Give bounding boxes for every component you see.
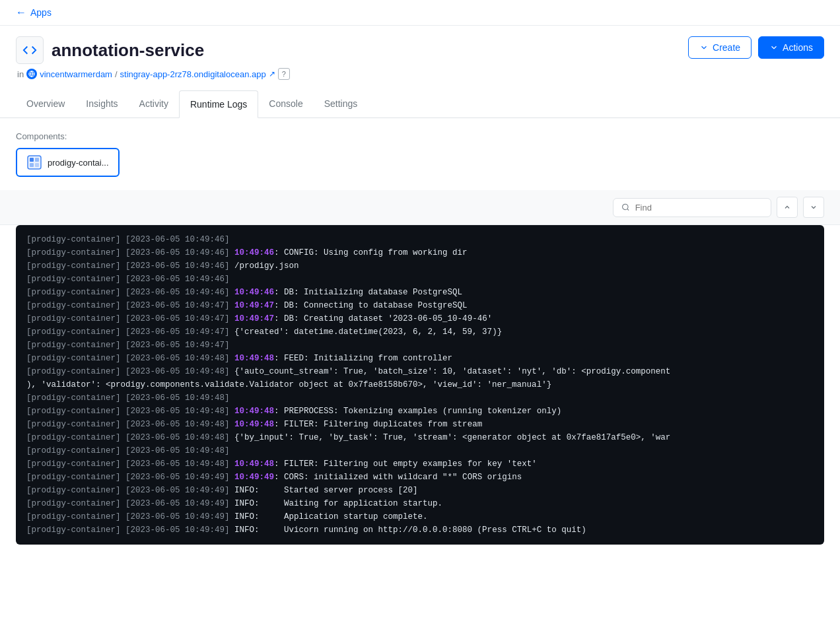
app-title-row: annotation-service (16, 36, 290, 64)
log-timestamp: [2023-06-05 10:49:49] (125, 471, 234, 484)
nav-tabs: Overview Insights Activity Runtime Logs … (0, 90, 840, 118)
log-timestamp: [2023-06-05 10:49:46] (125, 246, 234, 259)
actions-chevron-icon (769, 43, 779, 52)
log-prefix: [prodigy-container] (26, 259, 125, 273)
component-chip[interactable]: prodigy-contai... (16, 148, 120, 177)
log-line: [prodigy-container] [2023-06-05 10:49:47… (26, 299, 814, 312)
chevron-up-icon (783, 203, 791, 211)
svg-rect-2 (28, 156, 41, 169)
top-bar: ← Apps (0, 0, 840, 26)
log-text: INFO: Started server process [20] (234, 484, 418, 497)
log-text: INFO: Uvicorn running on http://0.0.0.0:… (234, 523, 586, 537)
owner-link[interactable]: vincentwarmerdam (40, 69, 112, 79)
log-text: : DB: Connecting to database PostgreSQL (274, 299, 468, 312)
log-highlight: 10:49:48 (234, 352, 274, 365)
back-arrow-icon: ← (16, 7, 26, 18)
log-line: [prodigy-container] [2023-06-05 10:49:48… (26, 365, 814, 378)
log-line: [prodigy-container] [2023-06-05 10:49:47… (26, 312, 814, 325)
svg-rect-5 (30, 163, 34, 167)
components-section: Components: prodigy-contai... (0, 118, 840, 190)
log-timestamp: [2023-06-05 10:49:49] (125, 484, 234, 497)
svg-point-7 (623, 204, 628, 209)
log-timestamp: [2023-06-05 10:49:46] (125, 286, 234, 299)
log-line: [prodigy-container] [2023-06-05 10:49:47… (26, 325, 814, 339)
svg-rect-3 (30, 158, 34, 162)
scroll-down-button[interactable] (803, 197, 824, 218)
log-prefix: [prodigy-container] (26, 339, 125, 352)
log-timestamp: [2023-06-05 10:49:48] (125, 391, 234, 405)
log-text: : CONFIG: Using config from working dir (274, 246, 468, 259)
slash-separator: / (115, 69, 118, 79)
log-timestamp: [2023-06-05 10:49:47] (125, 325, 234, 339)
log-line: [prodigy-container] [2023-06-05 10:49:48… (26, 444, 814, 457)
log-highlight: 10:49:47 (234, 312, 274, 325)
log-prefix: [prodigy-container] (26, 352, 125, 365)
components-label: Components: (16, 131, 824, 141)
log-prefix: [prodigy-container] (26, 246, 125, 259)
help-icon[interactable]: ? (278, 68, 290, 80)
log-text: : DB: Creating dataset '2023-06-05_10-49… (274, 312, 492, 325)
log-highlight: 10:49:48 (234, 457, 274, 471)
log-prefix: [prodigy-container] (26, 273, 125, 286)
log-prefix: [prodigy-container] (26, 523, 125, 537)
log-text: /prodigy.json (234, 259, 299, 273)
log-timestamp: [2023-06-05 10:49:48] (125, 365, 234, 378)
log-line: [prodigy-container] [2023-06-05 10:49:48… (26, 391, 814, 405)
actions-button[interactable]: Actions (758, 36, 824, 59)
log-highlight: 10:49:49 (234, 471, 274, 484)
log-line: [prodigy-container] [2023-06-05 10:49:49… (26, 510, 814, 523)
log-container[interactable]: [prodigy-container] [2023-06-05 10:49:46… (16, 225, 824, 545)
log-highlight: 10:49:46 (234, 286, 274, 299)
chevron-down-icon (810, 203, 818, 211)
log-text: {'created': datetime.datetime(2023, 6, 2… (234, 325, 502, 339)
chevron-down-icon (699, 43, 709, 52)
log-timestamp: [2023-06-05 10:49:48] (125, 431, 234, 444)
app-url-link[interactable]: stingray-app-2rz78.ondigitalocean.app (120, 69, 266, 79)
log-line: [prodigy-container] [2023-06-05 10:49:46… (26, 259, 814, 273)
tab-runtime-logs[interactable]: Runtime Logs (179, 90, 258, 118)
search-input[interactable] (635, 203, 763, 213)
app-header: annotation-service in vincentwarmerdam /… (0, 26, 840, 85)
log-timestamp: [2023-06-05 10:49:49] (125, 523, 234, 537)
log-text: INFO: Waiting for application startup. (234, 497, 442, 510)
log-prefix: [prodigy-container] (26, 299, 125, 312)
log-line: [prodigy-container] [2023-06-05 10:49:49… (26, 471, 814, 484)
log-line: [prodigy-container] [2023-06-05 10:49:46… (26, 233, 814, 246)
tab-overview[interactable]: Overview (16, 90, 75, 118)
log-line: [prodigy-container] [2023-06-05 10:49:48… (26, 352, 814, 365)
log-timestamp: [2023-06-05 10:49:48] (125, 418, 234, 431)
log-timestamp: [2023-06-05 10:49:49] (125, 497, 234, 510)
log-text: : FILTER: Filtering out empty examples f… (274, 457, 537, 471)
tab-settings[interactable]: Settings (314, 90, 368, 118)
log-timestamp: [2023-06-05 10:49:46] (125, 259, 234, 273)
log-text: : FEED: Initializing from controller (274, 352, 452, 365)
log-prefix: [prodigy-container] (26, 418, 125, 431)
tab-console[interactable]: Console (258, 90, 313, 118)
create-button[interactable]: Create (688, 36, 752, 59)
container-icon (26, 154, 42, 170)
log-text: : DB: Initializing database PostgreSQL (274, 286, 462, 299)
svg-rect-4 (35, 158, 39, 162)
log-prefix: [prodigy-container] (26, 365, 125, 378)
header-actions: Create Actions (688, 36, 824, 59)
back-to-apps-link[interactable]: ← Apps (16, 7, 52, 18)
log-text: INFO: Application startup complete. (234, 510, 428, 523)
tab-activity[interactable]: Activity (129, 90, 179, 118)
log-line: [prodigy-container] [2023-06-05 10:49:46… (26, 246, 814, 259)
log-timestamp: [2023-06-05 10:49:47] (125, 312, 234, 325)
log-line: [prodigy-container] [2023-06-05 10:49:49… (26, 523, 814, 537)
external-link-icon[interactable]: ↗ (269, 69, 275, 79)
app-subtitle: in vincentwarmerdam / stingray-app-2rz78… (16, 68, 290, 80)
log-highlight: 10:49:48 (234, 418, 274, 431)
scroll-up-button[interactable] (777, 197, 798, 218)
svg-rect-6 (35, 163, 39, 167)
log-prefix: [prodigy-container] (26, 286, 125, 299)
log-prefix: [prodigy-container] (26, 325, 125, 339)
log-prefix: [prodigy-container] (26, 233, 125, 246)
log-timestamp: [2023-06-05 10:49:47] (125, 299, 234, 312)
tab-insights[interactable]: Insights (75, 90, 128, 118)
search-box (613, 198, 771, 217)
log-line: ), 'validator': <prodigy.components.vali… (26, 378, 814, 391)
log-line: [prodigy-container] [2023-06-05 10:49:46… (26, 286, 814, 299)
log-text: {'by_input': True, 'by_task': True, 'str… (234, 431, 670, 444)
